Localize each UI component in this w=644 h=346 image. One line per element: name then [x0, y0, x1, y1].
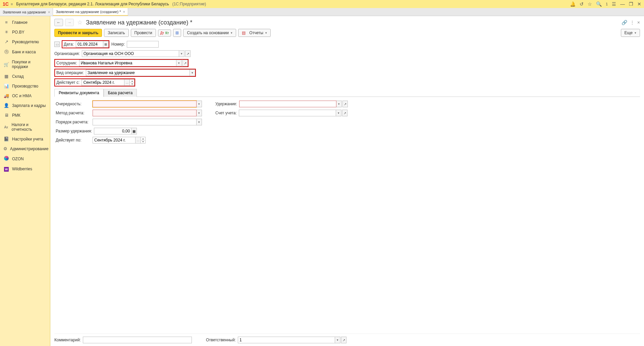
search-icon[interactable]: 🔍 — [596, 1, 602, 7]
wb-icon: W — [3, 166, 9, 172]
date-input[interactable] — [76, 41, 103, 48]
home-icon: ≡ — [3, 20, 9, 25]
more-button[interactable]: Еще▾ — [621, 29, 640, 37]
employee-input[interactable] — [79, 60, 176, 66]
calculator-icon[interactable]: ▦ — [131, 128, 137, 134]
procedure-input[interactable] — [93, 119, 197, 125]
pos-icon: 🖥 — [3, 113, 9, 118]
document-tabs: Заявления на удержание × Заявление на уд… — [0, 8, 644, 16]
structure-button[interactable]: ⊞ — [173, 29, 181, 37]
nav-manager[interactable]: ↗Руководителю — [0, 37, 50, 47]
open-icon[interactable]: ↗ — [341, 337, 346, 343]
dropdown-icon[interactable]: ▾ — [179, 50, 184, 57]
dropdown-icon[interactable]: ▾ — [190, 69, 195, 76]
until-input[interactable] — [93, 137, 136, 143]
history-icon[interactable]: ↺ — [580, 1, 584, 7]
open-icon[interactable]: ↗ — [182, 60, 188, 66]
bank-icon: Ⓡ — [3, 49, 9, 55]
dropdown-icon[interactable]: ▾ — [197, 119, 202, 125]
nav-bank[interactable]: ⓇБанк и касса — [0, 47, 50, 57]
calendar-icon[interactable]: ▦ — [103, 41, 109, 48]
menu-icon[interactable]: ≡ — [11, 2, 13, 6]
nav-warehouse[interactable]: ▦Склад — [0, 71, 50, 81]
reports-button[interactable]: ▤ Отчеты▾ — [238, 29, 271, 37]
left-column: Очередность: ▾ Метод расчета: ▾ — [56, 100, 202, 146]
row-date-number: ▭ Дата: ▦ Номер: — [54, 40, 640, 48]
row-method: Метод расчета: ▾ — [56, 109, 202, 117]
tab-deduction-create[interactable]: Заявление на удержание (создание) * × — [53, 8, 128, 16]
account-input[interactable] — [239, 110, 336, 116]
nav-admin[interactable]: ⚙Администрирование — [0, 144, 50, 154]
nav-sales[interactable]: 🛒Покупки и продажи — [0, 57, 50, 71]
procedure-label: Порядок расчета: — [56, 120, 93, 124]
number-input[interactable] — [127, 41, 159, 48]
title-bar: 1C ≡ Бухгалтерия для Беларуси, редакция … — [0, 0, 644, 8]
open-icon[interactable]: ↗ — [342, 110, 347, 116]
operation-input[interactable] — [86, 69, 190, 76]
organization-label: Организация: — [54, 51, 82, 56]
tab-calc-base[interactable]: База расчета — [104, 89, 137, 97]
open-icon[interactable]: ↗ — [342, 101, 348, 107]
forward-button[interactable]: → — [65, 19, 74, 26]
dropdown-icon[interactable]: ▾ — [197, 110, 202, 116]
nav-poby[interactable]: ✳PO.BY — [0, 27, 50, 37]
spinner[interactable]: ▲▼ — [141, 137, 146, 143]
ellipsis-icon[interactable]: … — [124, 79, 130, 86]
dropdown-icon[interactable]: ▾ — [336, 110, 341, 116]
save-button[interactable]: Записать — [104, 29, 128, 37]
restore-icon[interactable]: ❐ — [629, 1, 633, 7]
nav-assets[interactable]: 🚚ОС и НМА — [0, 91, 50, 101]
create-based-button[interactable]: Создать на основании▾ — [183, 29, 236, 37]
tab-deductions-list[interactable]: Заявления на удержание × — [0, 8, 53, 16]
more-menu-icon[interactable]: ⋮ — [630, 20, 635, 25]
post-and-close-button[interactable]: Провести и закрыть — [54, 29, 102, 37]
page-title: Заявление на удержание (создание) * — [86, 19, 193, 26]
nav-payroll[interactable]: 👤Зарплата и кадры — [0, 101, 50, 110]
dropdown-icon[interactable]: ▾ — [197, 101, 202, 107]
warehouse-icon: ▦ — [3, 74, 9, 79]
back-button[interactable]: ← — [54, 19, 63, 26]
deduction-input[interactable] — [239, 101, 336, 107]
app-title-text: Бухгалтерия для Беларуси, редакция 2.1. … — [16, 2, 169, 6]
favorite-icon[interactable]: ☆ — [77, 19, 83, 26]
nav-settings[interactable]: 📓Настройки учета — [0, 134, 50, 144]
close-icon[interactable]: ✕ — [637, 1, 641, 7]
star-icon[interactable]: ☆ — [588, 1, 592, 7]
nav-production[interactable]: 📊Производство — [0, 81, 50, 91]
ellipsis-icon[interactable]: … — [136, 137, 141, 143]
responsible-input[interactable] — [238, 337, 335, 343]
row-until: Действует по: … ▲▼ — [56, 136, 202, 144]
nav-wildberries[interactable]: WWildberries — [0, 164, 50, 174]
link-icon[interactable]: 🔗 — [622, 20, 627, 25]
minimize-icon[interactable]: — — [620, 1, 625, 7]
dropdown-icon[interactable]: ▾ — [335, 337, 340, 343]
post-button[interactable]: Провести — [131, 29, 156, 37]
nav-label: PO.BY — [12, 30, 24, 35]
spinner[interactable]: ▲▼ — [130, 79, 135, 86]
settings-icon[interactable]: ☰ — [612, 1, 616, 7]
amount-input[interactable] — [94, 128, 131, 134]
effective-from-input[interactable] — [82, 79, 124, 86]
close-tab-icon[interactable]: × — [123, 10, 125, 14]
nav-rmk[interactable]: 🖥РМК — [0, 110, 50, 120]
nav-label: Настройки учета — [12, 137, 43, 141]
organization-input[interactable] — [82, 50, 179, 57]
nav-ozon[interactable]: OZON — [0, 154, 50, 164]
dropdown-icon[interactable]: ▾ — [336, 101, 342, 107]
footer: Комментарий: Ответственный: ▾ ↗ — [54, 334, 640, 343]
close-tab-icon[interactable]: × — [48, 10, 50, 14]
row-employee: Сотрудник: ▾ ↗ — [54, 59, 640, 67]
tab-document-details[interactable]: Реквизиты документа — [54, 89, 104, 97]
method-input[interactable] — [93, 110, 197, 116]
date-highlight: Дата: ▦ — [62, 40, 109, 48]
nav-taxes[interactable]: AxНалоги и отчетность — [0, 120, 50, 134]
close-page-icon[interactable]: × — [637, 20, 640, 25]
open-icon[interactable]: ↗ — [185, 50, 191, 57]
nav-main[interactable]: ≡Главное — [0, 17, 50, 27]
dropdown-icon[interactable]: ▾ — [176, 60, 182, 66]
priority-input[interactable] — [93, 101, 197, 107]
nav-label: Администрирование — [10, 147, 48, 151]
comment-input[interactable] — [83, 337, 192, 343]
dt-kt-button[interactable]: ДтКт — [158, 30, 171, 37]
bell-icon[interactable]: 🔔 — [570, 1, 576, 7]
